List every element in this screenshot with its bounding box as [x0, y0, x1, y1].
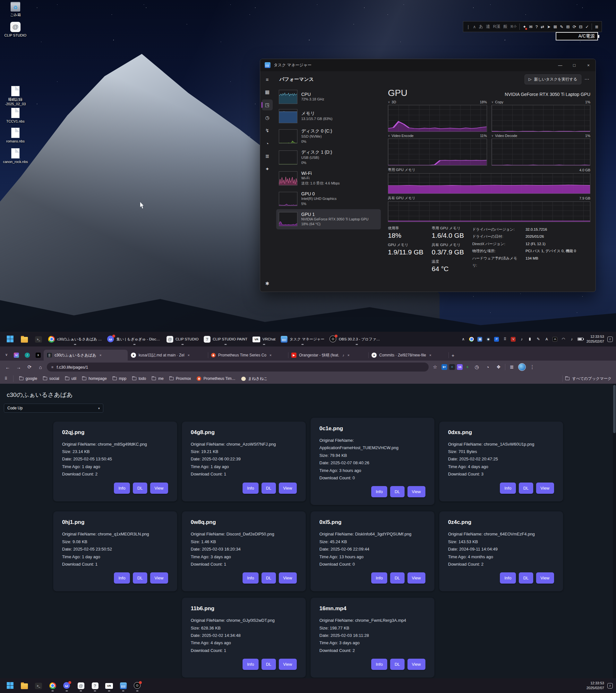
extension-react-icon[interactable]: ⚛ — [449, 364, 455, 370]
bookmark-prometheus[interactable]: Prometheus Tim… — [197, 376, 235, 381]
profile-avatar[interactable] — [518, 363, 526, 371]
chevron-down-icon[interactable]: ∨ — [492, 100, 494, 104]
more-options-icon[interactable]: ⋯ — [581, 75, 592, 84]
ime-mode-hiragana[interactable]: あ — [479, 24, 483, 29]
view-button[interactable]: View — [279, 659, 297, 670]
reload-button[interactable]: ⟳ — [25, 362, 34, 372]
taskbar-app-task-manager[interactable]: タスク マネージャー — [278, 333, 327, 345]
bookmark-folder-homepage[interactable]: homepage — [82, 376, 107, 381]
ime-mode-general[interactable]: 般 — [503, 24, 507, 29]
ime-menu-icon[interactable]: ≣ — [595, 24, 598, 29]
bookmark-folder-proxmox[interactable]: Proxmox — [170, 376, 191, 381]
chevron-down-icon[interactable]: ∨ — [388, 134, 390, 137]
taskbar-app-vrchat[interactable]: VR VRChat — [250, 333, 278, 345]
tab-close-icon[interactable]: × — [347, 353, 350, 357]
file-explorer-button[interactable] — [17, 679, 32, 692]
view-button[interactable]: View — [150, 482, 168, 494]
bookmark-folder-me[interactable]: me — [152, 376, 164, 381]
tab-close-icon[interactable]: × — [99, 353, 101, 357]
nav-performance-icon[interactable]: ◳ — [262, 99, 273, 111]
view-button[interactable]: View — [279, 572, 297, 583]
desktop-icon-sleep-log[interactable]: 睡眠記録 -2025_02_03 — [1, 86, 30, 106]
ime-export-icon[interactable]: ⊟ — [579, 24, 583, 29]
info-button[interactable]: Info — [371, 486, 387, 497]
tray-volume-icon[interactable]: ♪ — [519, 337, 524, 341]
bookmark-star-icon[interactable]: ☆ — [431, 362, 440, 372]
taskbar-app-clip-studio[interactable]: @ CLIP STUDIO — [164, 333, 201, 345]
download-button[interactable]: DL — [390, 659, 404, 670]
all-bookmarks-button[interactable]: すべてのブックマーク — [562, 375, 612, 382]
extension-badge-6[interactable]: 6 — [464, 364, 470, 370]
tab-close-icon[interactable]: × — [429, 353, 431, 357]
close-button[interactable]: × — [581, 59, 595, 71]
info-button[interactable]: Info — [371, 659, 387, 670]
tab-youtube-orangestar[interactable]: ▶ Orangestar - 快晴 (feat. ♪ × — [288, 350, 368, 361]
taskbar-app-discord[interactable]: ω 集い | もぎゅぎゅ - Discord — [105, 333, 164, 345]
perf-item-gpu1-selected[interactable]: GPU 1 NVIDIA GeForce RTX 3050 Ti Laptop … — [276, 209, 381, 230]
download-button[interactable]: DL — [390, 486, 404, 497]
taskbar-clock[interactable]: 12:33:53 2025/02/07 — [587, 681, 604, 690]
desktop-icon-romans[interactable]: romans.nbs — [1, 128, 30, 144]
ime-clip-icon[interactable]: ⊠ — [553, 24, 557, 29]
tray-ime-a-icon[interactable]: A — [544, 337, 549, 341]
minimize-button[interactable]: — — [553, 59, 567, 71]
tray-voicemeeter-icon[interactable]: V — [511, 337, 516, 342]
perf-item-gpu0[interactable]: GPU 0 Intel(R) UHD Graphics 5% — [276, 189, 381, 209]
perf-item-cpu[interactable]: CPU 72% 3.18 GHz — [276, 87, 381, 106]
pinned-tab-mpp[interactable]: M — [11, 350, 22, 361]
bookmark-manekineko[interactable]: まねきねこ — [241, 376, 267, 381]
terminal-button[interactable]: >_ — [32, 333, 45, 345]
maximize-button[interactable]: □ — [567, 59, 581, 71]
taskbar-app-vrchat[interactable]: VR — [102, 679, 116, 692]
view-button[interactable]: View — [150, 572, 168, 583]
tab-github-commits[interactable]: ● Commits · Zel9278/new-file × — [368, 350, 449, 361]
tab-close-icon[interactable]: × — [270, 353, 272, 357]
apps-grid-icon[interactable]: ⠿ — [4, 376, 7, 381]
nav-users-icon[interactable]: ◔ — [262, 138, 273, 149]
notification-bell-icon[interactable]: z — [607, 683, 613, 689]
tray-speaker-icon[interactable]: ♪ — [569, 337, 574, 341]
page-scrollbar[interactable] — [613, 384, 616, 678]
scrollbar-thumb[interactable] — [613, 385, 616, 433]
tab-c30-files-active[interactable]: ▒ c30のふぁいるさあばあ × — [44, 350, 128, 361]
info-button[interactable]: Info — [114, 482, 130, 494]
desktop-icon-canon-rock[interactable]: canon_rock.nbs — [1, 148, 30, 164]
view-button[interactable]: View — [536, 482, 554, 494]
ime-pen-tool-icon[interactable]: ✎ — [560, 24, 563, 29]
notification-bell-icon[interactable]: z — [607, 337, 613, 342]
perf-item-wifi[interactable]: Wi-Fi Wi-Fi 送信: 1.0 受信: 4.6 Mbps — [276, 168, 381, 189]
download-button[interactable]: DL — [261, 659, 276, 670]
taskbar-app-clip-studio-paint[interactable]: ? — [88, 679, 102, 692]
view-button[interactable]: View — [408, 572, 425, 583]
tray-wifi-icon[interactable]: ◠ — [561, 337, 566, 341]
tray-chevron-up-icon[interactable]: ∧ — [461, 337, 466, 341]
nav-processes-icon[interactable]: ▦ — [262, 87, 273, 98]
info-button[interactable]: Info — [500, 572, 516, 583]
tab-close-icon[interactable]: × — [188, 353, 190, 357]
sort-dropdown[interactable]: Code Up ▾ — [4, 403, 103, 413]
tab-audio-icon[interactable]: ♪ — [342, 353, 344, 357]
tray-battery-icon[interactable] — [577, 338, 583, 341]
taskbar-app-obs[interactable]: ⊙ OBS 30.2.3 - プロファイル: l — [327, 333, 386, 345]
task-manager-titlebar[interactable]: タスク マネージャー — □ × — [260, 59, 595, 71]
perf-item-memory[interactable]: メモリ 13.1/15.7 GB (83%) — [276, 106, 381, 126]
ime-tool-4-icon[interactable]: ⇄ — [541, 24, 544, 29]
info-button[interactable]: Info — [242, 659, 259, 670]
extension-badge-9plus[interactable]: 9+ — [441, 364, 447, 370]
download-button[interactable]: DL — [261, 482, 276, 494]
desktop-icon-clip-studio[interactable]: @ CLIP STUDIO — [1, 22, 30, 38]
tray-photos-icon[interactable]: ▦ — [477, 337, 482, 342]
nav-menu-icon[interactable]: ≡ — [262, 74, 273, 85]
tray-autohotkey-icon[interactable]: A — [553, 337, 557, 342]
extension-circle-icon[interactable]: ◔ — [483, 362, 492, 372]
ime-cursor-icon[interactable]: ➤ — [547, 24, 551, 29]
view-button[interactable]: View — [408, 659, 425, 670]
info-button[interactable]: Info — [242, 482, 259, 494]
tab-prometheus[interactable]: Prometheus Time Series Co × — [208, 350, 288, 361]
taskbar-app-chrome[interactable] — [45, 679, 60, 692]
start-button[interactable] — [3, 333, 17, 345]
reading-list-icon[interactable]: ≣ — [507, 362, 516, 372]
ime-pad-icon[interactable]: ⊞ — [566, 24, 570, 29]
home-button[interactable]: ⌂ — [36, 362, 45, 372]
start-button[interactable] — [3, 679, 17, 692]
